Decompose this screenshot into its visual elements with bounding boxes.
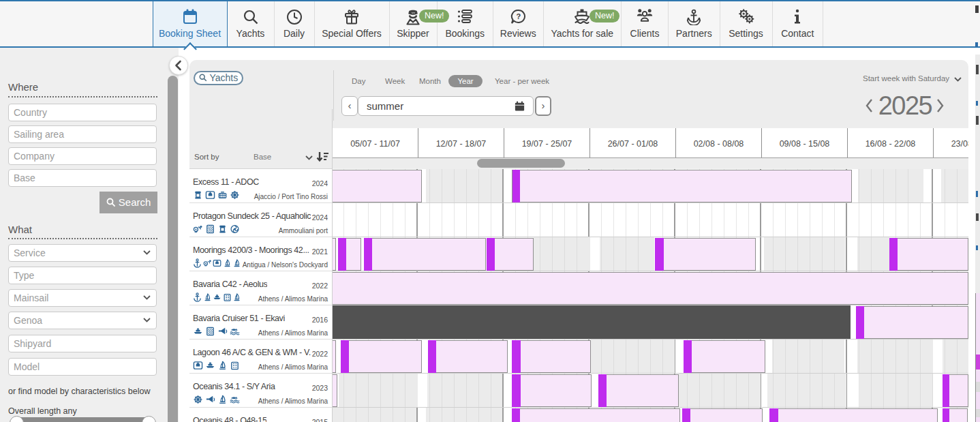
svg-text:?: ? [516,12,521,20]
